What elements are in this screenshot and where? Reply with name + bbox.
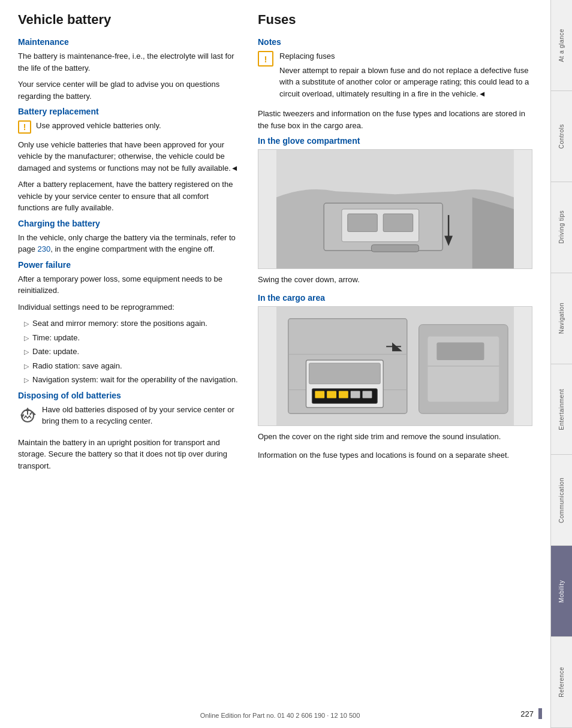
bullet-date: ▷Date: update. (24, 346, 240, 358)
sidebar-item-at-a-glance[interactable]: At a glance (551, 0, 572, 91)
sidebar-item-driving-tips[interactable]: Driving tips (551, 182, 572, 273)
svg-rect-17 (327, 391, 336, 398)
svg-rect-18 (339, 391, 348, 398)
charging-para: In the vehicle, only charge the battery … (18, 232, 240, 255)
sidebar: At a glance Controls Driving tips Naviga… (550, 0, 572, 728)
battery-replacement-followup: After a battery replacement, have the ba… (18, 179, 240, 214)
sidebar-item-communication[interactable]: Communication (551, 455, 572, 546)
fuses-title: Fuses (258, 12, 532, 28)
svg-rect-16 (315, 391, 324, 398)
battery-warning-text: Use approved vehicle batteries only. (36, 120, 240, 134)
page-footer: Online Edition for Part no. 01 40 2 606 … (18, 712, 542, 719)
svg-rect-19 (351, 391, 360, 398)
cargo-area-image (258, 306, 532, 426)
notes-section: Notes ! Replacing fuses Never attempt to… (258, 37, 532, 131)
disposing-heading: Disposing of old batteries (18, 391, 240, 400)
svg-rect-7 (348, 214, 378, 232)
bullet-time: ▷Time: update. (24, 332, 240, 344)
svg-rect-8 (383, 214, 413, 232)
svg-rect-14 (309, 363, 380, 384)
bullet-radio: ▷Radio station: save again. (24, 360, 240, 372)
cargo-area-heading: In the cargo area (258, 293, 532, 303)
power-failure-bullets: ▷Seat and mirror memory: store the posit… (24, 318, 240, 386)
svg-rect-3 (371, 244, 419, 252)
sidebar-item-reference[interactable]: Reference (551, 637, 572, 728)
power-failure-heading: Power failure (18, 260, 240, 270)
bullet-navigation: ▷Navigation system: wait for the operabi… (24, 374, 240, 386)
battery-replacement-body: Only use vehicle batteries that have bee… (18, 139, 240, 174)
right-column: Fuses Notes ! Replacing fuses Never atte… (252, 12, 532, 704)
footer-text: Online Edition for Part no. 01 40 2 606 … (200, 712, 360, 719)
fuses-warning-block: ! Replacing fuses Never attempt to repai… (258, 50, 532, 102)
bullet-arrow-4: ▷ (24, 361, 29, 371)
page-container: Vehicle battery Maintenance The battery … (0, 0, 572, 728)
bullet-arrow-5: ▷ (24, 375, 29, 385)
sidebar-item-mobility[interactable]: Mobility (551, 546, 572, 637)
sidebar-item-entertainment[interactable]: Entertainment (551, 364, 572, 455)
glove-compartment-caption: Swing the cover down, arrow. (258, 274, 532, 286)
charging-section: Charging the battery In the vehicle, onl… (18, 219, 240, 255)
disposing-para: Maintain the battery in an upright posit… (18, 437, 240, 472)
glove-compartment-heading: In the glove compartment (258, 136, 532, 146)
disposing-recycle-block: Have old batteries disposed of by your s… (18, 404, 240, 432)
disposing-recycle-text: Have old batteries disposed of by your s… (42, 404, 240, 427)
vehicle-battery-title: Vehicle battery (18, 12, 240, 28)
bullet-arrow-3: ▷ (24, 347, 29, 357)
sidebar-item-controls[interactable]: Controls (551, 91, 572, 182)
page-number-area: 227 (520, 708, 542, 719)
recycle-icon (18, 405, 37, 424)
power-failure-section: Power failure After a temporary power lo… (18, 260, 240, 386)
cargo-area-section: In the cargo area (258, 293, 532, 461)
battery-replacement-warning: ! Use approved vehicle batteries only. (18, 120, 240, 134)
warning-icon-battery: ! (18, 120, 31, 134)
maintenance-heading: Maintenance (18, 37, 240, 47)
bullet-seat-mirror: ▷Seat and mirror memory: store the posit… (24, 318, 240, 330)
glove-compartment-section: In the glove compartment (258, 136, 532, 286)
main-content: Vehicle battery Maintenance The battery … (0, 0, 550, 728)
battery-replacement-heading: Battery replacement (18, 107, 240, 116)
charging-heading: Charging the battery (18, 219, 240, 228)
cargo-area-caption2: Information on the fuse types and locati… (258, 449, 532, 461)
page-number-bar (538, 708, 542, 719)
sidebar-item-navigation[interactable]: Navigation (551, 273, 572, 364)
bullet-arrow-1: ▷ (24, 319, 29, 329)
fuses-warning-content: Replacing fuses Never attempt to repair … (279, 50, 532, 102)
bullet-arrow-2: ▷ (24, 333, 29, 343)
page-link-230[interactable]: 230 (38, 244, 51, 253)
maintenance-para2: Your service center will be glad to advi… (18, 78, 240, 102)
warning-icon-fuses: ! (258, 51, 273, 67)
fuses-warning-label: Replacing fuses (279, 50, 532, 62)
cargo-area-caption1: Open the cover on the right side trim an… (258, 431, 532, 443)
fuses-warning-body: Never attempt to repair a blown fuse and… (279, 65, 532, 100)
maintenance-section: Maintenance The battery is maintenance-f… (18, 37, 240, 102)
fuses-notes-para: Plastic tweezers and information on the … (258, 108, 532, 131)
left-column: Vehicle battery Maintenance The battery … (18, 12, 252, 704)
glove-compartment-image (258, 149, 532, 269)
svg-rect-20 (363, 391, 372, 398)
power-failure-para2: Individual settings need to be reprogram… (18, 301, 240, 313)
battery-replacement-section: Battery replacement ! Use approved vehic… (18, 107, 240, 214)
page-number: 227 (520, 709, 534, 718)
disposing-section: Disposing of old batteries Have old batt… (18, 391, 240, 472)
notes-heading: Notes (258, 37, 532, 47)
maintenance-para1: The battery is maintenance-free, i.e., t… (18, 50, 240, 74)
svg-rect-26 (436, 342, 484, 360)
power-failure-para1: After a temporary power loss, some equip… (18, 273, 240, 297)
